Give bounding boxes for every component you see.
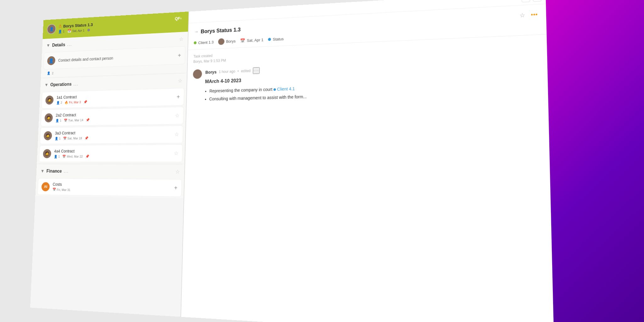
finance-star-button[interactable]: ☆ [175,169,180,175]
calendar-icon-t3: 📅 [63,136,67,140]
task-item-4[interactable]: 🧔 4a4 Contract 👤 1 📅 Wed, Mar 22 [39,144,183,162]
task-1-date: Fri, Mar 3 [69,100,81,104]
date-calendar-icon: 📅 [240,38,245,43]
costs-date: 📅 Fri, Mar 31 [53,188,70,192]
operations-title: Operations [50,82,72,87]
more-options-button[interactable]: ••• [529,10,539,20]
client-meta-tag[interactable]: Client 1.3 [194,40,214,45]
pin-icon-2: 📌 [86,118,90,122]
navigate-forward-icon[interactable]: → [194,29,199,35]
comment-author-name: Borys [205,69,217,75]
task-2-info: 2a2 Contract 👤 1 📅 Tue, Mar 14 📌 [55,111,172,123]
task-2-date-text: Tue, Mar 14 [68,118,83,122]
maximize-button[interactable]: □ [533,0,541,2]
task-item-3[interactable]: 🧔 3a3 Contract 👤 1 📅 Sat, Mar 18 [40,125,183,144]
task-4-name: 4a4 Contract [54,148,171,153]
task-4-meta: 👤 1 📅 Wed, Mar 22 📌 [54,154,170,158]
client-ref-label: Client 4.1 [277,86,295,93]
calendar-icon-costs: 📅 [53,188,56,192]
details-add-button[interactable]: + [178,52,181,59]
right-title-area: → Borys Status 1.3 [194,26,241,35]
task-3-date-text: Sat, Mar 18 [67,136,82,140]
details-star-button[interactable]: ☆ [179,36,184,42]
task-4-count: 👤 1 [54,155,60,158]
finance-costs-item[interactable]: AI Costs 📅 Fri, Mar 31 + [37,178,182,197]
task-2-count: 👤 1 [55,119,61,122]
date-label: Sat, Apr 1 [247,37,264,43]
operations-dots[interactable]: ... [74,81,79,86]
details-avatar: 👤 [47,56,55,65]
right-panel-title: Borys Status 1.3 [201,26,241,35]
finance-dots[interactable]: ... [64,169,69,174]
client-reference-tag[interactable]: Client 4.1 [274,86,295,93]
operations-section: ▼ Operations ... ☆ ALL 🧔 1a1 Contract [37,73,187,164]
costs-name: Costs [53,182,171,188]
right-header-actions: ☆ ••• [518,10,539,20]
details-section-left: ▼ Details ... [46,42,72,48]
task-2-pin: 📌 [86,118,90,122]
task-1-info: 1a1 Contract 👤 2 🔥 Fri, Mar 3 📌 [56,92,174,105]
circle-icon [87,29,90,31]
task-2-avatar: 🧔 [44,113,53,122]
costs-date-text: Fri, Mar 31 [57,188,70,191]
operations-section-left: ▼ Operations ... [44,81,79,87]
operations-star-button[interactable]: ☆ [178,77,182,84]
assignee-meta-tag[interactable]: Borys [218,38,236,45]
task-3-info: 3a3 Contract 👤 1 📅 Sat, Mar 18 📌 [55,130,171,141]
details-contact-text: Contact details and contact person [58,53,175,63]
all-button[interactable]: ALL [30,158,37,164]
finance-title: Finance [46,169,62,174]
left-panel: 👤 ⚠ Borys Status 1.3 👤 1 📅 Sat, Apr 1 [30,12,189,317]
date-meta-tag[interactable]: 📅 Sat, Apr 1 [240,37,264,43]
task-item-2[interactable]: 🧔 2a2 Contract 👤 1 📅 Tue, Mar 14 [41,107,184,126]
meta-count: 👤 1 [58,30,64,34]
right-panel: — □ → Borys Status 1.3 ☆ ••• [181,0,554,322]
assignee-avatar [218,38,224,45]
meta-circle [87,29,90,31]
calendar-icon-t2: 📅 [64,119,68,122]
calendar-icon: 📅 [67,29,71,33]
task-4-info: 4a4 Contract 👤 1 📅 Wed, Mar 22 📌 [54,148,171,158]
person-icon-t3: 👤 [55,136,58,140]
status-meta-tag[interactable]: Status [268,36,284,42]
comment-time: 1 hour ago [219,69,235,74]
details-actions: ☆ [179,36,184,42]
chevron-down-icon: ▼ [46,43,50,48]
finance-chevron-icon: ▼ [40,169,44,174]
star-icon: ☆ [519,12,525,19]
status-dot-icon [268,38,271,41]
task-item-1[interactable]: 🧔 1a1 Contract 👤 2 🔥 Fri, Mar 3 [42,88,184,109]
task-2-date: 📅 Tue, Mar 14 [64,118,83,122]
comment-content: Borys 1 hour ago • edited ··· MArch 4-10… [205,57,541,104]
comment-more-button[interactable]: ··· [253,67,260,74]
task-header-info: ⚠ Borys Status 1.3 👤 1 📅 Sat, Apr 1 [58,17,184,34]
comment-separator: • [237,69,239,73]
finance-section-left: ▼ Finance ... [40,169,69,174]
warning-icon: ⚠ [58,24,62,29]
task-2-star-button[interactable]: ☆ [175,112,180,119]
task-3-name: 3a3 Contract [55,130,171,136]
task-1-count: 👤 2 [56,101,62,104]
client-dot-icon [194,41,197,44]
task-1-add-button[interactable]: + [177,93,180,100]
status-label: Status [273,36,284,42]
comment-edited-label: edited [241,69,250,73]
person-icon-sm: 👤 [47,71,51,75]
finance-section: ▼ Finance ... ☆ AI Costs 📅 Fri, Mar 31 [35,164,184,198]
task-1-pin: 📌 [83,100,87,104]
comment-item: Borys 1 hour ago • edited ··· MArch 4-10… [192,57,541,104]
details-dots[interactable]: ... [67,42,72,47]
task-3-count: 👤 1 [55,136,61,140]
person-icon-t4: 👤 [54,155,58,158]
task-4-star-button[interactable]: ☆ [174,150,179,157]
minimize-button[interactable]: — [522,0,530,3]
task-3-date: 📅 Sat, Mar 18 [63,136,82,140]
task-4-date: 📅 Wed, Mar 22 [62,155,83,158]
task-3-star-button[interactable]: ☆ [175,131,179,138]
task-header-avatar: 👤 [47,24,56,34]
star-action-button[interactable]: ☆ [518,10,527,20]
details-section: ▼ Details ... ☆ 👤 Contact details and co… [41,32,188,78]
costs-add-button[interactable]: + [174,185,178,192]
operations-chevron-icon: ▼ [44,82,48,87]
ellipsis-icon: ••• [531,11,538,18]
